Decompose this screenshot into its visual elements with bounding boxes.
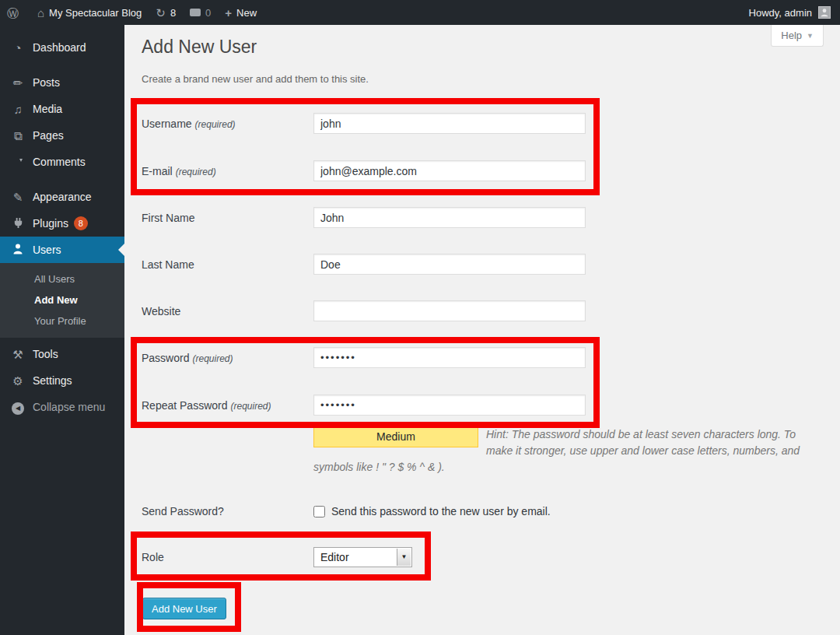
updates-link[interactable]: ↻ 8 xyxy=(149,0,183,25)
role-select[interactable]: Editor ▼ xyxy=(313,547,412,567)
dashboard-icon: ◔ xyxy=(9,42,26,54)
website-label: Website xyxy=(142,305,313,318)
user-avatar[interactable] xyxy=(818,6,831,19)
wrench-icon: ⚒ xyxy=(9,349,26,360)
sidebar-item-posts[interactable]: ✏ Posts xyxy=(0,69,124,96)
home-icon: ⌂ xyxy=(37,7,44,19)
sidebar-item-pages[interactable]: ⧉ Pages xyxy=(0,122,124,149)
page-title: Add New User xyxy=(142,37,257,58)
required-note: (required) xyxy=(192,353,233,364)
sidebar-item-label: Tools xyxy=(33,348,58,360)
sidebar-item-label: Users xyxy=(33,244,61,256)
help-button[interactable]: Help ▼ xyxy=(771,25,824,47)
last-name-row: Last Name xyxy=(142,254,586,275)
person-icon xyxy=(820,8,829,17)
collapse-menu-button[interactable]: ◀ Collapse menu xyxy=(0,394,124,420)
sidebar-item-label: Posts xyxy=(33,76,60,89)
send-password-checkbox[interactable] xyxy=(313,506,325,517)
sliders-icon: ⚙ xyxy=(9,375,26,387)
new-content-menu[interactable]: + New xyxy=(218,0,264,25)
sidebar-item-plugins[interactable]: Plugins 8 xyxy=(0,210,124,237)
admin-sidebar: ◔ Dashboard ✏ Posts ♫ Media ⧉ Pages Comm… xyxy=(0,25,124,635)
last-name-label: Last Name xyxy=(142,258,313,271)
website-input[interactable] xyxy=(313,300,586,321)
required-note: (required) xyxy=(176,167,216,177)
repeat-password-label: Repeat Password(required) xyxy=(142,399,313,412)
email-label: E-mail(required) xyxy=(142,165,313,177)
select-arrow-icon: ▼ xyxy=(397,549,411,566)
first-name-label: First Name xyxy=(142,212,313,224)
send-password-row: Send Password? Send this password to the… xyxy=(142,503,551,519)
collapse-arrow-icon: ◀ xyxy=(9,400,26,415)
sidebar-item-comments[interactable]: Comments xyxy=(0,149,124,175)
required-note: (required) xyxy=(231,401,271,412)
main-content: Help ▼ Add New User Create a brand new u… xyxy=(124,25,840,635)
password-strength-meter: Medium xyxy=(313,426,478,447)
sidebar-item-media[interactable]: ♫ Media xyxy=(0,96,124,122)
media-icon: ♫ xyxy=(9,103,26,115)
password-row: Password(required) xyxy=(142,347,586,368)
sidebar-item-users[interactable]: Users xyxy=(0,237,124,263)
password-input[interactable] xyxy=(313,347,586,368)
sidebar-item-label: Comments xyxy=(33,156,86,168)
comments-link[interactable]: 0 xyxy=(183,0,218,25)
sidebar-item-label: Settings xyxy=(33,374,72,387)
role-label: Role xyxy=(142,551,313,563)
wordpress-logo-icon: Ⓦ xyxy=(7,7,19,19)
sidebar-item-label: Plugins xyxy=(33,217,68,230)
plus-icon: + xyxy=(225,7,232,19)
password-strength-area: Medium Hint: The password should be at l… xyxy=(313,426,811,475)
first-name-input[interactable] xyxy=(313,207,586,228)
sidebar-item-label: Media xyxy=(33,103,62,115)
sidebar-item-label: Pages xyxy=(33,129,64,142)
repeat-password-row: Repeat Password(required) xyxy=(142,395,586,416)
site-name-link[interactable]: ⌂ My Spectacular Blog xyxy=(30,0,149,25)
email-row: E-mail(required) xyxy=(142,160,586,181)
new-label: New xyxy=(236,7,257,19)
username-label: Username(required) xyxy=(142,118,313,130)
collapse-menu-label: Collapse menu xyxy=(33,401,105,413)
role-row: Role Editor ▼ xyxy=(142,546,412,567)
user-icon xyxy=(9,243,26,257)
updates-icon: ↻ xyxy=(156,7,166,19)
plugin-icon xyxy=(9,217,26,230)
help-label: Help xyxy=(781,30,802,41)
wordpress-logo-menu[interactable]: Ⓦ xyxy=(0,0,30,25)
site-name-label: My Spectacular Blog xyxy=(49,7,142,19)
email-input[interactable] xyxy=(313,160,586,181)
sidebar-item-dashboard[interactable]: ◔ Dashboard xyxy=(0,34,124,61)
add-new-user-button[interactable]: Add New User xyxy=(142,598,226,619)
sidebar-item-label: Appearance xyxy=(33,191,92,203)
sidebar-item-appearance[interactable]: ✎ Appearance xyxy=(0,184,124,210)
page-subtitle: Create a brand new user and add them to … xyxy=(142,73,369,85)
comments-count: 0 xyxy=(205,7,211,19)
username-row: Username(required) xyxy=(142,113,586,134)
username-input[interactable] xyxy=(313,113,586,134)
send-password-label: Send Password? xyxy=(142,505,313,517)
current-item-arrow xyxy=(112,244,124,256)
plugins-update-badge: 8 xyxy=(74,216,88,230)
send-password-checkbox-label: Send this password to the new user by em… xyxy=(331,505,551,517)
submenu-item-all-users[interactable]: All Users xyxy=(0,268,124,289)
last-name-input[interactable] xyxy=(313,254,586,275)
sidebar-item-tools[interactable]: ⚒ Tools xyxy=(0,341,124,367)
sidebar-item-label: Dashboard xyxy=(33,41,86,54)
role-selected-value: Editor xyxy=(320,551,349,563)
submenu-item-add-new[interactable]: Add New xyxy=(0,289,124,310)
submenu-item-your-profile[interactable]: Your Profile xyxy=(0,310,124,332)
updates-count: 8 xyxy=(170,7,176,19)
website-row: Website xyxy=(142,300,586,321)
required-note: (required) xyxy=(195,119,236,130)
brush-icon: ✎ xyxy=(9,191,26,203)
pages-icon: ⧉ xyxy=(9,130,26,142)
pushpin-icon: ✏ xyxy=(9,77,26,89)
repeat-password-input[interactable] xyxy=(313,395,586,416)
howdy-account-link[interactable]: Howdy, admin xyxy=(749,7,812,19)
comments-bubble-icon xyxy=(190,9,201,16)
password-label: Password(required) xyxy=(142,352,313,364)
first-name-row: First Name xyxy=(142,207,586,228)
users-submenu: All Users Add New Your Profile xyxy=(0,263,124,338)
chevron-down-icon: ▼ xyxy=(807,32,814,40)
admin-bar: Ⓦ ⌂ My Spectacular Blog ↻ 8 0 + New Howd… xyxy=(0,0,840,25)
sidebar-item-settings[interactable]: ⚙ Settings xyxy=(0,367,124,394)
